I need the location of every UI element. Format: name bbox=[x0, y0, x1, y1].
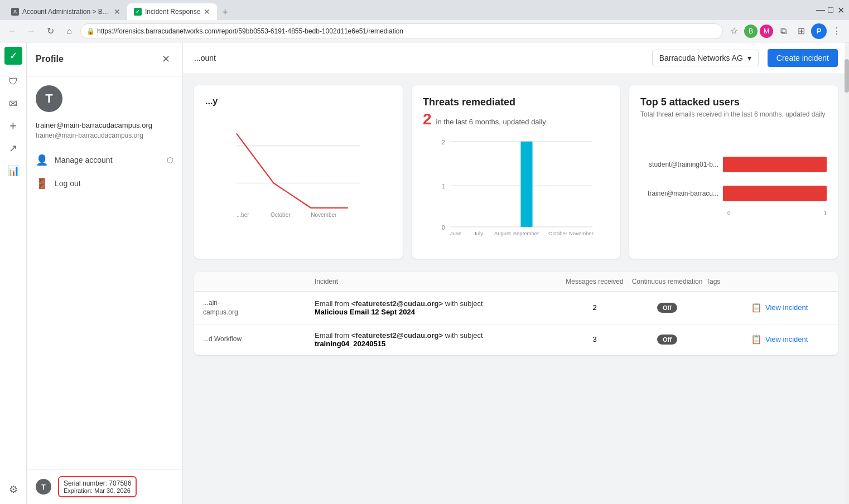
extensions-button[interactable]: ⧉ bbox=[775, 23, 791, 39]
scrollbar-thumb[interactable] bbox=[845, 59, 849, 93]
svg-text:November: November bbox=[569, 230, 594, 236]
minimize-button[interactable]: — bbox=[817, 6, 824, 14]
tab-close-1[interactable]: ✕ bbox=[114, 7, 120, 16]
sidebar-item-activity[interactable]: ↗ bbox=[3, 138, 23, 158]
profile-button[interactable]: P bbox=[811, 23, 827, 39]
svg-text:1: 1 bbox=[442, 183, 445, 190]
create-incident-button[interactable]: Create incident bbox=[768, 49, 838, 67]
left-card-title: ...y bbox=[205, 96, 392, 106]
org-name: Barracuda Networks AG bbox=[659, 54, 743, 62]
tab-icon-1: A bbox=[11, 8, 19, 16]
svg-text:...ber: ...ber bbox=[237, 212, 249, 218]
browser-tabs: A Account Administration > Barra... ✕ ✓ … bbox=[4, 0, 817, 20]
col-messages: Messages received bbox=[561, 278, 628, 285]
sidebar-item-chart[interactable]: 📊 bbox=[3, 161, 23, 181]
row1-view-incident[interactable]: 📋 View incident bbox=[751, 302, 829, 313]
svg-rect-12 bbox=[520, 142, 532, 227]
org-selector[interactable]: Barracuda Networks AG ▾ bbox=[652, 50, 759, 66]
table-row-2-content: ...d Workflow Email from <featuretest2@c… bbox=[194, 324, 838, 355]
footer-serial: Serial number: 707586 Expiration: Mar 30… bbox=[64, 479, 131, 494]
svg-text:September: September bbox=[513, 230, 539, 236]
extension-icon-2[interactable]: M bbox=[760, 25, 773, 38]
footer-serial-box: Serial number: 707586 Expiration: Mar 30… bbox=[58, 476, 137, 497]
profile-close-button[interactable]: ✕ bbox=[158, 51, 173, 67]
row2-incident-line1: Email from <featuretest2@cudau.org> with… bbox=[315, 331, 561, 340]
row2-view-incident[interactable]: 📋 View incident bbox=[751, 334, 829, 345]
browser-tab-2[interactable]: ✓ Incident Response ✕ bbox=[127, 3, 217, 20]
col-incident: Incident bbox=[315, 278, 561, 285]
sidebar-item-add[interactable]: + bbox=[3, 116, 23, 136]
bookmark-icon[interactable]: ☆ bbox=[726, 23, 742, 39]
sidebar-item-shield[interactable]: 🛡 bbox=[3, 71, 23, 91]
table-row-2: ...d Workflow Email from <featuretest2@c… bbox=[194, 324, 838, 355]
row1-remediation: Off bbox=[628, 303, 706, 313]
col-account bbox=[203, 278, 315, 285]
row2-incident: Email from <featuretest2@cudau.org> with… bbox=[315, 331, 561, 348]
sidebar-item-settings[interactable]: ⚙ bbox=[3, 479, 23, 500]
svg-text:October: October bbox=[271, 212, 291, 218]
manage-account-icon: 👤 bbox=[36, 154, 48, 166]
row2-toggle[interactable]: Off bbox=[657, 335, 677, 345]
serial-number: Serial number: 707586 bbox=[64, 479, 131, 487]
row2-account: ...d Workflow bbox=[203, 335, 315, 344]
browser-toolbar: ← → ↻ ⌂ 🔒 https://forensics.barracudanet… bbox=[0, 20, 849, 42]
forward-button[interactable]: → bbox=[23, 23, 39, 39]
tab-icon-2: ✓ bbox=[134, 8, 142, 16]
menu-button[interactable]: ⋮ bbox=[829, 23, 845, 39]
sidebar-item-email[interactable]: ✉ bbox=[3, 94, 23, 114]
table-row-1-content: ...ain-campus.org Email from <featuretes… bbox=[194, 292, 838, 324]
browser-tab-1[interactable]: A Account Administration > Barra... ✕ bbox=[4, 3, 127, 20]
left-chart: ...ber October November bbox=[205, 109, 392, 220]
profile-email-primary: trainer@main-barracudacampus.org bbox=[27, 121, 182, 132]
svg-marker-2 bbox=[237, 133, 360, 207]
user2-email: trainer@main-barracu... bbox=[640, 190, 718, 197]
back-button[interactable]: ← bbox=[4, 23, 20, 39]
profile-manage-account[interactable]: 👤 Manage account ⬡ bbox=[27, 148, 182, 172]
threats-label: in the last 6 months, updated daily bbox=[436, 118, 546, 126]
scrollbar[interactable] bbox=[845, 42, 849, 504]
threats-chart: 2 1 0 June July bbox=[423, 133, 609, 239]
add-tab-button[interactable]: + bbox=[217, 4, 233, 20]
tab-close-2[interactable]: ✕ bbox=[204, 7, 210, 16]
row1-messages: 2 bbox=[561, 303, 628, 312]
row1-incident-subject: Malicious Email 12 Sept 2024 bbox=[315, 308, 561, 316]
incidents-table: Incident Messages received Continuous re… bbox=[194, 272, 838, 355]
logout-label: Log out bbox=[55, 179, 81, 188]
profile-logout[interactable]: 🚪 Log out bbox=[27, 172, 182, 195]
main-inner: ...ount Barracuda Networks AG ▾ Create i… bbox=[183, 42, 849, 504]
row2-remediation: Off bbox=[628, 335, 706, 345]
col-remediation: Continuous remediation bbox=[628, 278, 706, 285]
row1-incident: Email from <featuretest2@cudau.org> with… bbox=[315, 299, 561, 316]
threats-stat: 2 in the last 6 months, updated daily bbox=[423, 110, 609, 128]
home-button[interactable]: ⌂ bbox=[61, 23, 77, 39]
refresh-button[interactable]: ↻ bbox=[42, 23, 58, 39]
org-dropdown-icon: ▾ bbox=[747, 54, 751, 62]
row2-messages: 3 bbox=[561, 335, 628, 343]
close-button[interactable]: ✕ bbox=[837, 6, 845, 14]
row1-toggle[interactable]: Off bbox=[657, 303, 677, 313]
profile-title: Profile bbox=[36, 54, 64, 64]
top5-users-card: Top 5 attacked users Total threat emails… bbox=[629, 85, 838, 259]
footer-avatar: T bbox=[36, 479, 51, 495]
section-label: ...ount bbox=[194, 54, 216, 62]
extension-icon-1[interactable]: B bbox=[744, 25, 758, 38]
sidebar: ✓ 🛡 ✉ + ↗ 📊 ⚙ bbox=[0, 42, 27, 504]
profile-email-secondary: trainer@main-barracudacampus.org bbox=[27, 132, 182, 148]
lock-icon: 🔒 bbox=[86, 27, 95, 35]
app-wrapper: ✓ 🛡 ✉ + ↗ 📊 ⚙ Profile ✕ T trainer@main-b… bbox=[0, 42, 849, 504]
table-header: Incident Messages received Continuous re… bbox=[194, 272, 838, 292]
url-text: https://forensics.barracudanetworks.com/… bbox=[97, 27, 403, 35]
profile-footer: T Serial number: 707586 Expiration: Mar … bbox=[27, 469, 182, 504]
maximize-button[interactable]: □ bbox=[827, 6, 834, 14]
address-bar[interactable]: 🔒 https://forensics.barracudanetworks.co… bbox=[80, 23, 723, 39]
browser-chrome: A Account Administration > Barra... ✕ ✓ … bbox=[0, 0, 849, 42]
left-card: ...y bbox=[194, 85, 403, 259]
view-incident-label-2: View incident bbox=[765, 335, 808, 343]
manage-account-label: Manage account bbox=[55, 156, 113, 164]
tab-search-button[interactable]: ⊞ bbox=[793, 23, 809, 39]
window-controls: — □ ✕ bbox=[817, 6, 845, 14]
profile-panel: Profile ✕ T trainer@main-barracudacampus… bbox=[27, 42, 183, 504]
tab-label-2: Incident Response bbox=[145, 8, 200, 16]
svg-text:2: 2 bbox=[442, 139, 445, 146]
threats-remediated-title: Threats remediated bbox=[423, 96, 609, 108]
